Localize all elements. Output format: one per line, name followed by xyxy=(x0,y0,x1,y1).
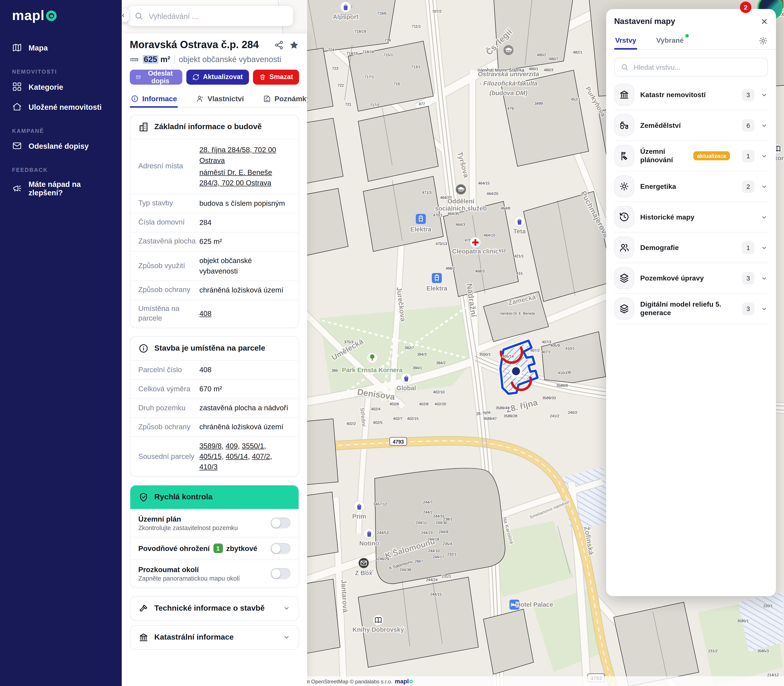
favorite-star-icon[interactable] xyxy=(289,40,299,50)
neighbor-parcel-link[interactable]: 405/15 xyxy=(199,452,222,461)
layer-count-badge: 1 xyxy=(742,150,755,162)
layers-icon xyxy=(614,297,634,320)
svg-text:Cleopatra clinic: Cleopatra clinic xyxy=(452,248,499,255)
search-icon xyxy=(621,63,629,71)
svg-text:468/3: 468/3 xyxy=(475,269,485,273)
svg-text:464/10: 464/10 xyxy=(484,233,495,237)
svg-text:244/18: 244/18 xyxy=(428,537,439,541)
table-row-adresni-mista: Adresní místa 28. října 284/58, 702 00 O… xyxy=(130,139,299,194)
sidebar-section-feedback: FEEDBACK xyxy=(0,156,122,175)
sidebar-item-label: Odeslané dopisy xyxy=(29,142,89,150)
chevron-down-icon xyxy=(761,305,768,312)
road-number-badge: 4793 xyxy=(390,437,407,445)
layer-row-flag[interactable]: Územní plánováníaktualizace1 xyxy=(614,141,768,171)
layer-name: Katastr nemovitostí xyxy=(640,90,706,99)
svg-text:4793: 4793 xyxy=(393,439,404,445)
uzemni-plan-toggle[interactable] xyxy=(271,518,291,529)
layer-row-tractor[interactable]: Zemědělství6 xyxy=(614,110,768,141)
layer-row-people[interactable]: Demografie1 xyxy=(614,232,768,263)
table-row-druh-pozemku: Druh pozemkuzastavěná plocha a nádvoří xyxy=(130,398,299,417)
search-input[interactable] xyxy=(148,11,287,21)
notification-badge: 2 xyxy=(740,2,751,13)
svg-text:464/20: 464/20 xyxy=(487,191,498,196)
svg-text:402/10: 402/10 xyxy=(433,390,445,394)
svg-text:244/9: 244/9 xyxy=(439,530,448,534)
svg-text:244/23: 244/23 xyxy=(421,531,433,535)
svg-text:402/20: 402/20 xyxy=(435,402,446,406)
svg-text:Elektra: Elektra xyxy=(426,285,448,292)
sidebar-item-kategorie[interactable]: Kategorie xyxy=(0,77,122,97)
panel-title: Nastavení mapy xyxy=(614,17,761,26)
svg-text:711/1: 711/1 xyxy=(412,24,421,29)
svg-text:415: 415 xyxy=(516,271,523,276)
svg-text:244/53: 244/53 xyxy=(377,531,389,535)
send-letter-button[interactable]: Odeslat dopis xyxy=(130,69,183,85)
gear-icon[interactable] xyxy=(758,36,768,45)
parcel-link-408[interactable]: 408 xyxy=(199,309,212,317)
layer-row-layers[interactable]: Digitální model reliefu 5. generace3 xyxy=(614,294,768,324)
neighbor-parcel-link[interactable]: 409 xyxy=(225,442,238,450)
neighbor-parcel-link[interactable]: 405/14 xyxy=(225,452,248,461)
svg-text:Z Box: Z Box xyxy=(355,570,372,577)
technical-info-card[interactable]: Technické informace o stavbě xyxy=(130,596,299,621)
share-icon[interactable] xyxy=(274,40,284,50)
svg-text:470/1: 470/1 xyxy=(433,213,443,217)
neighbor-parcel-link[interactable]: 410/3 xyxy=(199,463,217,471)
layer-name: Zemědělství xyxy=(640,121,681,129)
svg-text:722: 722 xyxy=(338,83,344,88)
tab-informace[interactable]: Informace xyxy=(130,91,178,107)
chevron-down-icon xyxy=(761,183,768,190)
table-row-zpusob-ochrany: Způsob ochranychráněná ložisková území xyxy=(130,280,299,299)
svg-text:480/7: 480/7 xyxy=(549,57,558,61)
sidebar-section-nemovitosti: NEMOVITOSTI xyxy=(0,58,122,77)
svg-text:244/15: 244/15 xyxy=(430,592,442,596)
sidebar-item-ulozene[interactable]: Uložené nemovitosti xyxy=(0,97,122,117)
layer-row-sun[interactable]: Energetika2 xyxy=(614,172,768,202)
svg-text:Notino: Notino xyxy=(359,540,379,547)
svg-text:402/7: 402/7 xyxy=(393,416,402,421)
layer-count-badge: 3 xyxy=(742,88,755,101)
svg-text:410/1: 410/1 xyxy=(565,346,575,351)
tab-vrstvy[interactable]: Vrstvy xyxy=(614,32,637,49)
area-value: 625 m² xyxy=(143,55,170,64)
layer-row-history[interactable]: Historické mapy xyxy=(614,202,768,232)
neighbor-parcel-link[interactable]: 407/2 xyxy=(252,452,270,461)
attribution-logo: mapl xyxy=(395,678,413,685)
svg-text:480/3: 480/3 xyxy=(544,68,553,72)
svg-text:707/2: 707/2 xyxy=(432,9,441,13)
sidebar-item-dopisy[interactable]: Odeslané dopisy xyxy=(0,136,122,156)
svg-text:sociálních služeb: sociálních služeb xyxy=(435,205,487,212)
close-icon[interactable]: ✕ xyxy=(761,17,768,26)
svg-text:4246/29: 4246/29 xyxy=(376,557,389,561)
bank-icon xyxy=(614,83,634,106)
layer-row-layers[interactable]: Pozemkové úpravy3 xyxy=(614,263,768,294)
svg-text:3550/1: 3550/1 xyxy=(479,352,491,356)
panorama-toggle[interactable] xyxy=(271,568,291,580)
layer-search-input[interactable] xyxy=(633,63,761,72)
layer-row-bank[interactable]: Katastr nemovitostí3 xyxy=(614,80,768,110)
sun-icon xyxy=(614,175,634,197)
person-icon xyxy=(196,95,204,103)
neighbor-parcel-link[interactable]: 3550/1 xyxy=(242,442,264,450)
neighbor-parcel-links[interactable]: 3589/8, 409, 3550/1, 405/15, 405/14, 407… xyxy=(199,441,291,472)
update-button[interactable]: Aktualizovat xyxy=(186,69,249,85)
sidebar-item-label: Uložené nemovitosti xyxy=(29,102,102,111)
address-link-1[interactable]: 28. října 284/58, 702 00 Ostrava xyxy=(199,145,291,166)
tab-vybrane[interactable]: Vybrané xyxy=(655,32,685,49)
address-link-2[interactable]: náměstí Dr. E. Beneše 284/3, 702 00 Ostr… xyxy=(199,167,291,188)
layer-search xyxy=(614,58,768,77)
cadastral-info-card[interactable]: Katastrální informace xyxy=(130,625,299,650)
delete-button[interactable]: Smazat xyxy=(253,69,299,85)
tab-poznamky[interactable]: Poznámky xyxy=(262,91,307,107)
svg-text:718/19: 718/19 xyxy=(354,29,366,34)
area-highlighted: 625 xyxy=(143,55,158,64)
neighbor-parcel-link[interactable]: 3589/8 xyxy=(199,442,222,450)
svg-text:Knihy Dobrovský: Knihy Dobrovský xyxy=(352,626,404,633)
sidebar-item-feedback[interactable]: Máte nápad na zlepšení? xyxy=(0,175,122,202)
sidebar-item-mapa[interactable]: Mapa xyxy=(0,38,122,58)
svg-text:482/1: 482/1 xyxy=(573,50,582,54)
tab-vlastnictvi[interactable]: Vlastnictví xyxy=(195,91,245,107)
flood-toggle[interactable] xyxy=(271,543,291,554)
chevron-down-icon xyxy=(761,274,768,282)
table-row-parcelni-cislo: Parcelní číslo408 xyxy=(130,360,299,379)
